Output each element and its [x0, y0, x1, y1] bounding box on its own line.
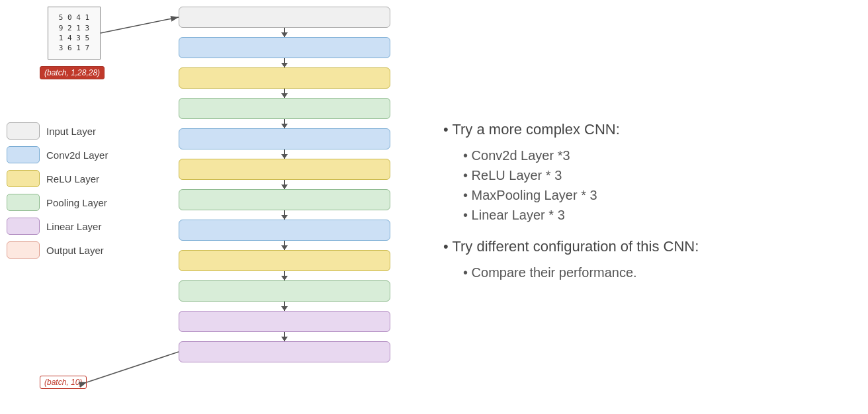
legend-box-pooling — [7, 194, 40, 211]
legend-item-input: Input Layer — [7, 122, 108, 140]
layer-5-relu — [179, 159, 390, 180]
arrow-7 — [284, 241, 285, 250]
legend-label-conv2d: Conv2d Layer — [46, 149, 108, 161]
layer-7-conv2d — [179, 220, 390, 241]
arrow-5 — [284, 180, 285, 189]
arrow-0 — [284, 28, 285, 37]
legend-label-pooling: Pooling Layer — [46, 197, 107, 208]
bullet-section: Try different configuration of this CNN:… — [443, 237, 848, 282]
sub-bullet: Conv2d Layer *3 — [463, 145, 848, 165]
sub-bullet: Compare their performance. — [463, 263, 848, 282]
bullet-section: Try a more complex CNN:Conv2d Layer *3Re… — [443, 120, 848, 225]
layer-8-relu — [179, 250, 390, 271]
legend-label-output: Output Layer — [46, 245, 104, 256]
batch-label-bottom: (batch, 10) — [40, 376, 87, 389]
sub-bullet: ReLU Layer * 3 — [463, 165, 848, 185]
left-panel: 5 0 4 1 9 2 1 3 1 4 3 5 3 6 1 7 (batch, … — [0, 0, 423, 414]
arrow-8 — [284, 271, 285, 280]
layer-3-pooling — [179, 98, 390, 119]
legend-label-linear: Linear Layer — [46, 221, 101, 232]
layer-2-relu — [179, 67, 390, 89]
input-image-text: 5 0 4 1 9 2 1 3 1 4 3 5 3 6 1 7 — [59, 13, 89, 54]
main-bullet: Try different configuration of this CNN: — [443, 237, 848, 257]
sub-bullets: Conv2d Layer *3ReLU Layer * 3MaxPooling … — [463, 145, 848, 225]
legend-item-linear: Linear Layer — [7, 218, 108, 235]
network-diagram — [179, 7, 390, 362]
legend-item-conv2d: Conv2d Layer — [7, 146, 108, 163]
legend-item-output: Output Layer — [7, 241, 108, 259]
legend-box-conv2d — [7, 146, 40, 163]
right-panel: Try a more complex CNN:Conv2d Layer *3Re… — [423, 0, 868, 414]
arrow-6 — [284, 210, 285, 220]
arrow-1 — [284, 58, 285, 67]
legend-label-relu: ReLU Layer — [46, 173, 99, 185]
legend-box-relu — [7, 170, 40, 187]
legend-label-input: Input Layer — [46, 126, 96, 137]
arrow-3 — [284, 119, 285, 128]
main-bullet: Try a more complex CNN: — [443, 120, 848, 140]
legend-box-linear — [7, 218, 40, 235]
svg-line-0 — [101, 17, 179, 33]
layer-11-linear — [179, 341, 390, 362]
sub-bullets: Compare their performance. — [463, 263, 848, 282]
batch-label-top: (batch, 1,28,28) — [40, 66, 105, 79]
legend-item-relu: ReLU Layer — [7, 170, 108, 187]
legend-box-output — [7, 241, 40, 259]
arrow-2 — [284, 89, 285, 98]
layer-1-conv2d — [179, 37, 390, 58]
layer-0-input — [179, 7, 390, 28]
layer-6-pooling — [179, 189, 390, 210]
svg-line-1 — [87, 352, 179, 382]
layer-10-linear — [179, 311, 390, 332]
sub-bullet: Linear Layer * 3 — [463, 205, 848, 225]
input-image: 5 0 4 1 9 2 1 3 1 4 3 5 3 6 1 7 — [48, 7, 101, 60]
legend-box-input — [7, 122, 40, 140]
layer-9-pooling — [179, 280, 390, 302]
arrow-4 — [284, 149, 285, 159]
sub-bullet: MaxPooling Layer * 3 — [463, 185, 848, 205]
layer-4-conv2d — [179, 128, 390, 149]
arrow-9 — [284, 302, 285, 311]
legend-item-pooling: Pooling Layer — [7, 194, 108, 211]
arrow-10 — [284, 332, 285, 341]
legend: Input Layer Conv2d Layer ReLU Layer Pool… — [7, 122, 108, 259]
